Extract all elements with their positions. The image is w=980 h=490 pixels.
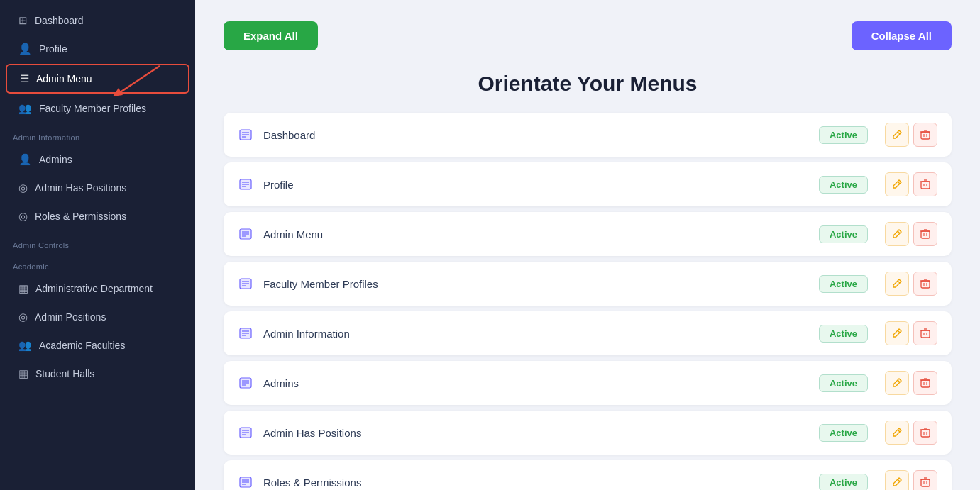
menu-row: Profile Active <box>224 162 952 206</box>
sidebar-item-administrative-department[interactable]: ▦ Administrative Department <box>6 275 189 302</box>
sidebar-label-admin-dept: Administrative Department <box>35 283 153 294</box>
menu-row-icon <box>238 476 253 489</box>
status-badge: Active <box>819 374 868 392</box>
delete-button[interactable] <box>913 470 937 490</box>
student-halls-icon: ▦ <box>18 367 28 380</box>
menu-row-icon <box>238 128 253 141</box>
collapse-all-button[interactable]: Collapse All <box>852 21 952 50</box>
menu-row-label: Admins <box>263 377 809 389</box>
sidebar-label-student-halls: Student Halls <box>35 368 94 379</box>
edit-button[interactable] <box>885 421 909 445</box>
svg-rect-60 <box>921 430 930 437</box>
svg-rect-69 <box>921 479 930 486</box>
menu-row-icon <box>238 228 253 240</box>
status-badge: Active <box>819 225 868 243</box>
svg-rect-24 <box>921 231 930 238</box>
dashboard-icon: ⊞ <box>18 14 28 27</box>
menu-row-icon <box>238 377 253 389</box>
status-badge: Active <box>819 275 868 293</box>
menu-row-label: Faculty Member Profiles <box>263 278 809 290</box>
admin-menu-icon: ☰ <box>20 72 29 85</box>
delete-button[interactable] <box>913 321 937 345</box>
sidebar-item-admin-menu[interactable]: ☰ Admin Menu <box>6 64 189 94</box>
sidebar: ⊞ Dashboard 👤 Profile ☰ Admin Menu 👥 Fac… <box>0 0 195 490</box>
menu-row-icon <box>238 277 253 290</box>
status-badge: Active <box>819 126 868 144</box>
edit-button[interactable] <box>885 470 909 490</box>
sidebar-item-admin-has-positions[interactable]: ◎ Admin Has Positions <box>6 174 189 201</box>
sidebar-item-roles-permissions[interactable]: ◎ Roles & Permissions <box>6 203 189 230</box>
edit-button[interactable] <box>885 371 909 395</box>
roles-icon: ◎ <box>18 210 28 223</box>
status-badge: Active <box>819 176 868 194</box>
sidebar-item-faculty-member-profiles[interactable]: 👥 Faculty Member Profiles <box>6 95 189 122</box>
sidebar-label-profile: Profile <box>39 43 67 55</box>
status-badge: Active <box>819 325 868 343</box>
edit-button[interactable] <box>885 222 909 246</box>
row-actions <box>885 123 937 147</box>
svg-rect-51 <box>921 380 930 387</box>
menu-row-label: Admin Information <box>263 328 809 340</box>
admins-icon: 👤 <box>18 153 32 166</box>
menu-row-label: Admin Has Positions <box>263 427 809 439</box>
sidebar-label-admins: Admins <box>39 154 72 165</box>
sidebar-label-academic-faculties: Academic Faculties <box>39 340 125 351</box>
main-content: Expand All Collapse All Orientate Your M… <box>195 0 980 490</box>
menu-row-label: Profile <box>263 179 809 191</box>
section-admin-information: Admin Information <box>0 123 195 145</box>
admin-dept-icon: ▦ <box>18 282 28 295</box>
menu-row: Roles & Permissions Active <box>224 460 952 490</box>
expand-all-button[interactable]: Expand All <box>224 21 318 50</box>
row-actions <box>885 421 937 445</box>
edit-button[interactable] <box>885 123 909 147</box>
menu-row-label: Dashboard <box>263 129 809 141</box>
svg-rect-33 <box>921 281 930 288</box>
section-admin-controls: Admin Controls <box>0 231 195 252</box>
menu-row: Dashboard Active <box>224 113 952 157</box>
menu-row-icon <box>238 178 253 191</box>
section-academic: Academic <box>0 252 195 274</box>
sidebar-label-admin-positions: Admin Positions <box>35 311 106 323</box>
status-badge: Active <box>819 474 868 491</box>
menu-row: Admins Active <box>224 361 952 405</box>
delete-button[interactable] <box>913 172 937 196</box>
sidebar-item-admins[interactable]: 👤 Admins <box>6 146 189 173</box>
delete-button[interactable] <box>913 371 937 395</box>
sidebar-item-admin-positions[interactable]: ◎ Admin Positions <box>6 304 189 330</box>
status-badge: Active <box>819 424 868 442</box>
svg-rect-42 <box>921 330 930 338</box>
menu-row: Admin Menu Active <box>224 212 952 256</box>
row-actions <box>885 371 937 395</box>
delete-button[interactable] <box>913 272 937 296</box>
sidebar-label-dashboard: Dashboard <box>35 15 84 26</box>
faculty-icon: 👥 <box>18 102 32 115</box>
svg-rect-6 <box>921 132 930 139</box>
top-bar: Expand All Collapse All <box>224 21 952 50</box>
menu-row-label: Admin Menu <box>263 228 809 240</box>
academic-faculties-icon: 👥 <box>18 339 32 352</box>
menu-list: Dashboard Active <box>224 113 952 490</box>
sidebar-item-profile[interactable]: 👤 Profile <box>6 35 189 62</box>
sidebar-item-student-halls[interactable]: ▦ Student Halls <box>6 360 189 387</box>
delete-button[interactable] <box>913 421 937 445</box>
delete-button[interactable] <box>913 222 937 246</box>
menu-row: Admin Information Active <box>224 311 952 355</box>
edit-button[interactable] <box>885 272 909 296</box>
sidebar-label-roles: Roles & Permissions <box>35 211 126 222</box>
edit-button[interactable] <box>885 172 909 196</box>
menu-row-icon <box>238 426 253 439</box>
edit-button[interactable] <box>885 321 909 345</box>
sidebar-label-admin-has-positions: Admin Has Positions <box>35 182 126 194</box>
sidebar-label-faculty: Faculty Member Profiles <box>39 103 146 114</box>
row-actions <box>885 272 937 296</box>
delete-button[interactable] <box>913 123 937 147</box>
sidebar-label-admin-menu: Admin Menu <box>36 73 92 84</box>
row-actions <box>885 172 937 196</box>
menu-row: Admin Has Positions Active <box>224 411 952 455</box>
sidebar-item-academic-faculties[interactable]: 👥 Academic Faculties <box>6 332 189 359</box>
menu-row-label: Roles & Permissions <box>263 477 809 489</box>
page-title: Orientate Your Menus <box>224 72 952 96</box>
row-actions <box>885 470 937 490</box>
svg-rect-15 <box>921 182 930 189</box>
sidebar-item-dashboard[interactable]: ⊞ Dashboard <box>6 7 189 34</box>
